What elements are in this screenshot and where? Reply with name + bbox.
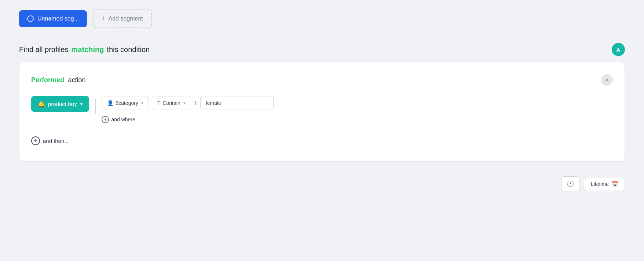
and-where-button[interactable]: + and where xyxy=(102,114,273,125)
card-header: Performed action A xyxy=(31,74,613,86)
and-where-label: and where xyxy=(111,117,135,122)
performed-label: Performed xyxy=(31,76,64,84)
plus-icon: + xyxy=(102,15,106,22)
bottom-bar: 🕐 Lifetime 📅 xyxy=(0,169,644,199)
person-icon: 👤 xyxy=(107,100,113,106)
calendar-icon: 📅 xyxy=(612,181,618,187)
product-buy-label: product.buy xyxy=(48,101,77,107)
this-condition-suffix: this condition xyxy=(107,45,150,54)
add-segment-label: Add segment xyxy=(108,15,143,22)
plus-circle-icon: + xyxy=(102,116,109,123)
and-then-label: and then... xyxy=(43,138,69,144)
add-segment-button[interactable]: + Add segment xyxy=(93,9,152,28)
condition-header: Find all profiles matching this conditio… xyxy=(0,36,644,62)
action-label: action xyxy=(68,76,85,84)
filter-row: 👤 $category ▾ T Contain ▾ T xyxy=(102,96,273,110)
lifetime-button[interactable]: Lifetime 📅 xyxy=(584,177,625,191)
value-input[interactable] xyxy=(200,96,274,110)
category-dropdown[interactable]: 👤 $category ▾ xyxy=(102,96,149,110)
segment-tab-label: Unnamed seg... xyxy=(37,15,79,22)
clock-icon: 🕐 xyxy=(567,180,574,187)
card-avatar-letter: A xyxy=(605,77,608,83)
vertical-line xyxy=(95,99,96,114)
conditions-row: 🔔 product.buy ▾ 👤 $category ▾ T Con xyxy=(31,96,613,125)
text-type-icon: T xyxy=(157,100,161,106)
condition-filters: 👤 $category ▾ T Contain ▾ T + and where xyxy=(102,96,273,125)
product-buy-button[interactable]: 🔔 product.buy ▾ xyxy=(31,96,89,112)
card-avatar: A xyxy=(601,74,613,86)
chevron-down-icon: ▾ xyxy=(80,102,83,107)
and-then-button[interactable]: + and then... xyxy=(31,135,69,147)
bell-icon: 🔔 xyxy=(38,100,45,107)
condition-header-left: Find all profiles matching this conditio… xyxy=(19,45,150,54)
header-avatar: A xyxy=(612,43,625,56)
main-card: Performed action A 🔔 product.buy ▾ 👤 $c xyxy=(19,62,625,162)
top-bar: Unnamed seg... + Add segment xyxy=(0,0,644,36)
header-avatar-letter: A xyxy=(616,47,621,53)
clock-button[interactable]: 🕐 xyxy=(561,176,579,191)
matching-text: matching xyxy=(72,45,104,54)
find-profiles-prefix: Find all profiles xyxy=(19,45,69,54)
contain-dropdown[interactable]: T Contain ▾ xyxy=(152,96,191,110)
category-chevron-icon: ▾ xyxy=(141,101,143,106)
value-type-icon: T xyxy=(194,100,197,106)
contain-label: Contain xyxy=(162,100,180,106)
card-header-labels: Performed action xyxy=(31,76,86,84)
circle-icon xyxy=(27,15,34,22)
plus-circle-dark-icon: + xyxy=(31,136,40,145)
category-label: $category xyxy=(116,100,138,106)
segment-tab-active[interactable]: Unnamed seg... xyxy=(19,10,87,27)
contain-chevron-icon: ▾ xyxy=(183,101,186,106)
connector-line xyxy=(95,96,96,114)
lifetime-label: Lifetime xyxy=(591,181,609,187)
